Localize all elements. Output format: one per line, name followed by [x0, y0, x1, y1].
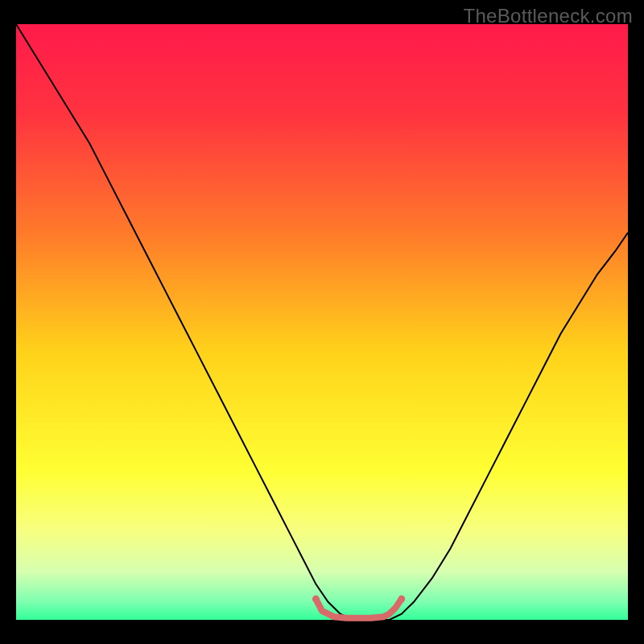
sweet-spot-endpoint [312, 596, 320, 603]
sweet-spot-endpoint [398, 596, 405, 603]
watermark-text: TheBottleneck.com [463, 5, 633, 27]
chart-container: TheBottleneck.com [0, 0, 644, 644]
chart-svg [0, 0, 644, 644]
gradient-background [16, 24, 628, 620]
